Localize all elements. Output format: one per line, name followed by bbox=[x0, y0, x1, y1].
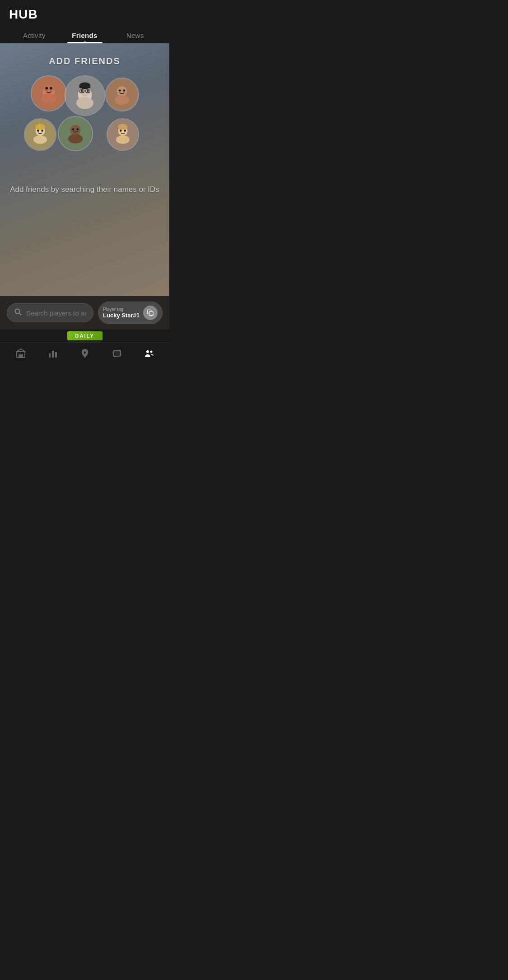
player-tag-value: Lucky Star#1 bbox=[103, 312, 140, 319]
header: HUB Activity Friends News bbox=[0, 0, 169, 43]
svg-point-5 bbox=[49, 87, 52, 90]
nav-item-play[interactable] bbox=[69, 348, 101, 359]
tab-friends[interactable]: Friends bbox=[60, 27, 110, 43]
bottom-input-bar: Player tag Lucky Star#1 bbox=[0, 296, 169, 330]
svg-point-28 bbox=[41, 130, 43, 132]
svg-point-19 bbox=[114, 95, 129, 105]
avatar-5[interactable] bbox=[58, 116, 93, 151]
avatar-face-5 bbox=[59, 116, 92, 151]
app-title: HUB bbox=[9, 7, 160, 22]
player-tag-info: Player tag Lucky Star#1 bbox=[103, 307, 140, 319]
player-tag-label: Player tag bbox=[103, 307, 140, 312]
svg-line-41 bbox=[19, 313, 22, 316]
svg-point-40 bbox=[15, 309, 20, 314]
daily-badge[interactable]: DAILY bbox=[67, 331, 103, 340]
svg-point-52 bbox=[150, 351, 152, 353]
avatar-6[interactable] bbox=[107, 118, 139, 151]
svg-point-37 bbox=[116, 135, 129, 144]
svg-rect-47 bbox=[55, 352, 57, 358]
add-friends-title: ADD FRIENDS bbox=[49, 56, 121, 66]
avatar-face-3 bbox=[106, 78, 138, 111]
nav-item-home[interactable] bbox=[5, 348, 37, 359]
svg-point-39 bbox=[124, 130, 126, 132]
player-tag-container: Player tag Lucky Star#1 bbox=[98, 302, 163, 324]
stats-icon bbox=[47, 348, 58, 359]
svg-rect-42 bbox=[149, 311, 153, 316]
svg-point-31 bbox=[68, 134, 82, 144]
svg-point-18 bbox=[117, 86, 127, 97]
bottom-nav bbox=[0, 342, 169, 366]
avatar-4[interactable] bbox=[24, 118, 56, 151]
avatar-face-2 bbox=[65, 75, 104, 116]
friends-nav-icon bbox=[144, 348, 154, 359]
svg-point-26 bbox=[33, 135, 47, 144]
play-icon bbox=[79, 348, 90, 359]
search-icon bbox=[14, 308, 22, 317]
svg-point-33 bbox=[76, 128, 79, 130]
svg-point-3 bbox=[41, 93, 56, 104]
svg-point-36 bbox=[118, 124, 127, 130]
svg-point-14 bbox=[81, 90, 83, 92]
svg-rect-50 bbox=[113, 351, 121, 356]
svg-rect-10 bbox=[79, 86, 90, 88]
svg-point-4 bbox=[45, 87, 48, 90]
tab-activity[interactable]: Activity bbox=[9, 27, 60, 43]
svg-point-30 bbox=[70, 125, 80, 135]
svg-point-21 bbox=[123, 89, 125, 92]
tab-news[interactable]: News bbox=[110, 27, 160, 43]
friends-content: ADD FRIENDS bbox=[0, 43, 169, 296]
svg-point-15 bbox=[87, 90, 89, 92]
copy-icon bbox=[147, 309, 154, 316]
nav-item-stats[interactable] bbox=[37, 348, 69, 359]
svg-point-38 bbox=[119, 130, 121, 132]
avatar-face-4 bbox=[25, 118, 56, 151]
search-input[interactable] bbox=[26, 309, 86, 317]
avatar-face-1 bbox=[32, 75, 66, 111]
svg-rect-44 bbox=[19, 354, 23, 358]
svg-point-32 bbox=[72, 128, 74, 130]
daily-badge-container: DAILY bbox=[0, 330, 169, 342]
home-icon bbox=[15, 348, 26, 359]
hint-text: Add friends by searching their names or … bbox=[10, 184, 159, 195]
svg-point-16 bbox=[76, 97, 93, 109]
search-container[interactable] bbox=[7, 303, 93, 322]
avatar-2[interactable] bbox=[65, 75, 105, 116]
cards-icon bbox=[112, 348, 122, 359]
svg-point-27 bbox=[37, 130, 39, 132]
svg-rect-46 bbox=[52, 351, 54, 358]
svg-rect-45 bbox=[49, 353, 51, 358]
copy-button[interactable] bbox=[143, 306, 158, 320]
nav-item-friends[interactable] bbox=[133, 348, 165, 359]
avatar-face-6 bbox=[107, 118, 138, 151]
avatar-3[interactable] bbox=[105, 78, 139, 111]
svg-rect-25 bbox=[35, 127, 45, 129]
tab-bar: Activity Friends News bbox=[9, 27, 160, 43]
svg-point-20 bbox=[118, 89, 121, 92]
avatar-1[interactable] bbox=[31, 75, 67, 111]
avatar-cluster bbox=[22, 75, 148, 166]
nav-item-cards[interactable] bbox=[101, 348, 133, 359]
svg-point-51 bbox=[146, 350, 149, 353]
